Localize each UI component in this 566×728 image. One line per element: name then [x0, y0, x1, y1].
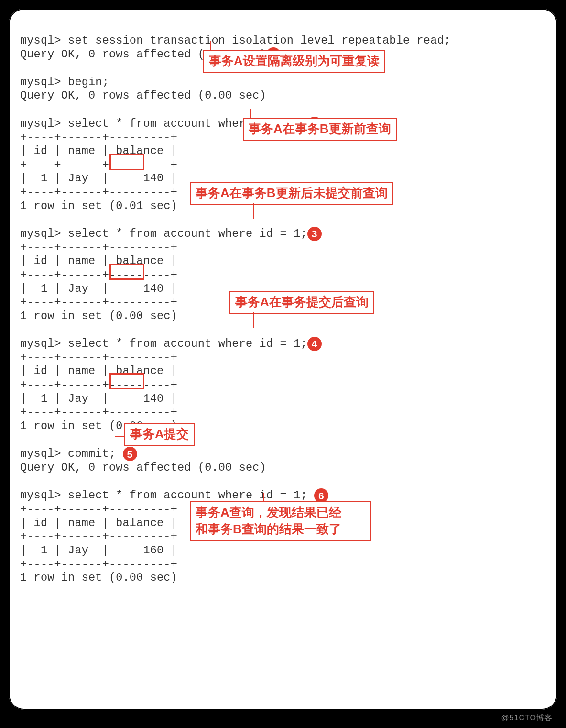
term-line: +----+------+---------+ — [20, 268, 177, 281]
term-line: +----+------+---------+ — [20, 186, 177, 199]
term-line: | id | name | balance | — [20, 144, 177, 157]
term-line: 1 row in set (0.01 sec) — [20, 199, 177, 212]
term-line: +----+------+---------+ — [20, 158, 177, 171]
highlight-balance-1 — [109, 154, 144, 170]
term-line: mysql> set session transaction isolation… — [20, 34, 451, 47]
term-line: | 1 | Jay | 160 | — [20, 544, 177, 557]
annotation-1: 事务A设置隔离级别为可重复读 — [203, 50, 385, 73]
term-line: | id | name | balance | — [20, 517, 177, 529]
connector-3 — [253, 203, 254, 219]
term-line: +----+------+---------+ — [20, 296, 177, 309]
term-line: +----+------+---------+ — [20, 378, 177, 391]
term-line: 1 row in set (0.00 sec) — [20, 571, 177, 584]
term-line: mysql> select * from account where id = … — [20, 337, 307, 350]
annotation-2: 事务A在事务B更新前查询 — [243, 118, 397, 141]
annotation-6-line1: 事务A查询，发现结果已经 — [196, 505, 341, 519]
highlight-balance-3 — [109, 373, 144, 389]
term-line: +----+------+---------+ — [20, 503, 177, 516]
connector-4 — [253, 312, 254, 328]
term-line: mysql> select * from account where id = … — [20, 489, 314, 502]
annotation-3: 事务A在事务B更新后未提交前查询 — [190, 182, 393, 205]
term-line: Query OK, 0 rows affected (0.00 sec) — [20, 89, 266, 102]
term-line: mysql> select * from account where id = … — [20, 227, 307, 240]
term-line: +----+------+---------+ — [20, 351, 177, 364]
term-line: +----+------+---------+ — [20, 241, 177, 254]
term-line: | id | name | balance | — [20, 254, 177, 267]
badge-5: 5 — [123, 447, 137, 461]
annotation-6-line2: 和事务B查询的结果一致了 — [196, 522, 341, 536]
term-line: +----+------+---------+ — [20, 131, 177, 144]
badge-4: 4 — [307, 337, 322, 351]
badge-6: 6 — [314, 488, 328, 503]
watermark: @51CTO博客 — [501, 713, 553, 723]
annotation-6: 事务A查询，发现结果已经 和事务B查询的结果一致了 — [190, 501, 371, 541]
term-line: | 1 | Jay | 140 | — [20, 282, 177, 295]
term-line: +----+------+---------+ — [20, 530, 177, 543]
term-line: | 1 | Jay | 140 | — [20, 392, 177, 405]
annotation-5: 事务A提交 — [124, 423, 195, 446]
term-line: | 1 | Jay | 140 | — [20, 172, 177, 185]
term-line: mysql> commit; — [20, 447, 123, 460]
badge-3: 3 — [307, 227, 322, 241]
term-line: +----+------+---------+ — [20, 558, 177, 571]
highlight-balance-2 — [109, 264, 144, 280]
terminal-window: mysql> set session transaction isolation… — [9, 9, 557, 710]
term-line: +----+------+---------+ — [20, 406, 177, 419]
term-line: 1 row in set (0.00 sec) — [20, 309, 177, 322]
screenshot-root: mysql> set session transaction isolation… — [0, 0, 566, 728]
annotation-4: 事务A在事务提交后查询 — [229, 291, 374, 314]
term-line: | id | name | balance | — [20, 364, 177, 377]
term-line: mysql> begin; — [20, 76, 109, 88]
term-line: Query OK, 0 rows affected (0.00 sec) — [20, 461, 266, 474]
